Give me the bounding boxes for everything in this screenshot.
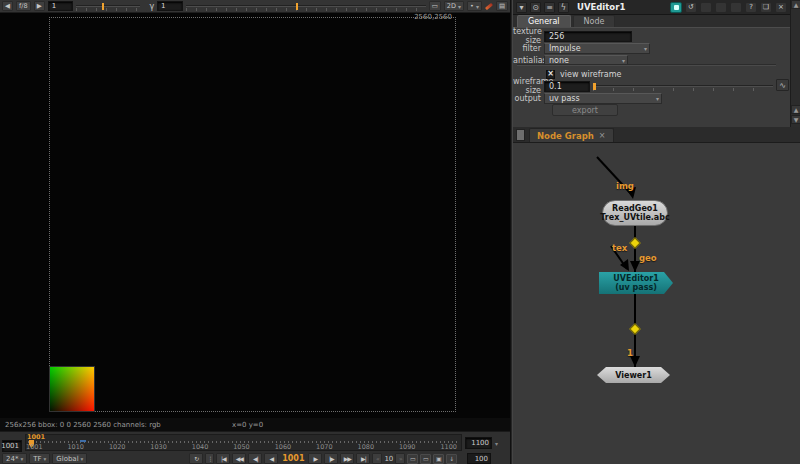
gain-slider[interactable] [76,2,140,11]
play-forward-button[interactable]: ▶▶ [340,453,354,464]
ruler-tick-label: 1050 [233,443,250,451]
decrement-step-button[interactable]: « [372,453,382,464]
lightning-icon[interactable]: ϟ [558,2,569,13]
scroll-up-icon-2[interactable]: ▲ [791,105,800,114]
step-forward-button[interactable]: ▶ [308,453,322,464]
gamma-slider-handle[interactable] [296,3,298,10]
scroll-down-icon[interactable]: ▼ [791,115,800,124]
format-bounding-box [49,17,456,412]
range-a-icon[interactable]: ▭ [407,454,418,464]
ruler-tick-labels: 1001101010201030104010501060107010801090… [26,443,457,451]
panel-grip-icon[interactable] [516,129,525,141]
chevron-down-icon: ▾ [622,57,625,64]
chevron-down-icon: ▾ [44,456,47,462]
prev-keyframe-button[interactable]: ◀| [248,453,262,464]
ruler-tick-label: 1040 [192,443,209,451]
wireframe-size-input[interactable]: 0.1 [544,81,590,92]
increment-step-button[interactable]: » [395,453,405,464]
playhead-frame-label: 1001 [27,433,45,441]
tab-node-graph[interactable]: Node Graph × [529,128,614,142]
play-backward-button[interactable]: ◀◀ [232,453,246,464]
roi-pencil-icon[interactable] [485,2,493,9]
geo-port-label: geo [639,253,657,263]
properties-scrollbar[interactable]: ▲ ▲ ▼ [790,0,800,127]
panel-menu-icon[interactable]: ▤ [496,1,508,11]
range-b-icon[interactable]: ▭ [420,454,431,464]
lock-range-icon[interactable]: ▣ [433,454,444,464]
node-readgeo1[interactable]: ReadGeo1 Trex_UVtile.abc [602,200,668,226]
revert-button[interactable]: ↺ [685,2,697,13]
scroll-up-icon[interactable]: ▲ [791,0,800,9]
output-label: output [513,94,541,103]
texture-size-input[interactable]: 256 [544,31,632,42]
gain-prev-button[interactable]: ◀ [2,1,13,11]
next-keyframe-button[interactable]: |▶ [324,453,338,464]
node-viewer1[interactable]: Viewer1 [597,367,670,383]
node-enable-button[interactable] [670,2,682,13]
loop-mode-button[interactable]: ↻ [189,453,203,464]
marker-button[interactable]: ⋮ [205,453,214,464]
slider-handle[interactable] [593,83,596,90]
gamma-slider[interactable] [186,2,426,11]
goto-end-button[interactable]: ▶| [356,453,370,464]
enable-indicator [674,5,679,10]
close-properties-button[interactable]: × [775,2,787,13]
center-node-icon[interactable]: ⊙ [530,2,541,13]
cached-frames-indicator [80,440,86,442]
float-panel-button[interactable]: ❏ [760,2,772,13]
filter-dropdown[interactable]: Impulse ▾ [544,43,650,54]
viewer-canvas[interactable]: 2560,2560 [0,13,510,418]
gamma-input[interactable]: 1 [157,1,183,11]
help-button[interactable]: ? [745,2,757,13]
range-mode-value: Global [56,455,78,463]
range-lock-caret-icon[interactable]: ▾ [495,440,498,447]
current-frame-display[interactable]: 1001 [280,454,306,463]
export-button[interactable]: export [552,104,618,116]
gain-stop-label[interactable]: f/8 [16,1,31,11]
scrollbar-track[interactable] [791,9,800,105]
tab-node[interactable]: Node [573,15,616,27]
slider-track [593,85,773,87]
properties-titlebar: ▾ ⊙ ≡ ϟ UVEditor1 ↺ ? ❏ × [513,0,790,15]
node-dropdown-icon[interactable]: ▾ [516,2,527,13]
node-uveditor1[interactable]: UVEditor1 (uv pass) [599,272,673,294]
step-back-button[interactable]: ◀ [264,453,278,464]
properties-tabs: General Node [513,15,790,28]
timeline-controls-row: 24* ▾ TF ▾ Global ▾ ↻ ⋮ |◀ ◀◀ ◀| ◀ 1001 [0,452,510,464]
wireframe-size-slider[interactable] [593,83,773,91]
fps-dropdown[interactable]: 24* ▾ [2,453,27,464]
frame-increment-value[interactable]: 10 [384,455,393,463]
range-mode-dropdown[interactable]: Global ▾ [52,453,87,464]
disabled-button-1[interactable] [700,2,712,13]
timeline-ruler[interactable]: 1001 10011010102010301040105010601070108… [25,434,462,451]
view-mode-value: 2D [447,2,456,10]
node-graph-canvas[interactable]: img tex geo 1 ReadGeo1 Trex_UVtile.abc U… [513,143,800,464]
tab-general[interactable]: General [517,15,571,27]
ruler-tick-label: 1070 [316,443,333,451]
tex-port-label: tex [612,243,627,253]
gamma-slider-track [186,5,426,7]
view-wireframe-label: view wireframe [560,70,622,79]
properties-panel: ▾ ⊙ ≡ ϟ UVEditor1 ↺ ? ❏ × General Node t… [513,0,800,127]
export-range-icon[interactable]: ↓ [446,454,457,464]
chevron-down-icon: ▾ [476,3,479,10]
disabled-button-3[interactable] [730,2,742,13]
playback-speed-input[interactable]: 100 [467,453,491,464]
animation-curve-button[interactable]: ∿ [776,79,789,91]
tf-dropdown[interactable]: TF ▾ [29,453,50,464]
node-name: Viewer1 [615,371,652,380]
output-dropdown[interactable]: uv pass ▾ [544,93,662,104]
channel-dropdown[interactable]: • ▾ [467,1,482,11]
close-icon[interactable]: × [599,131,606,140]
node-title: UVEditor1 [577,2,667,12]
disabled-button-2[interactable] [715,2,727,13]
viewport-icon[interactable]: ▭ [429,1,441,11]
gain-next-button[interactable]: ▶ [34,1,45,11]
view-mode-dropdown[interactable]: 2D ▾ [444,1,464,11]
timeline-frame-input[interactable]: 1001 [2,440,22,452]
gain-input[interactable]: 1 [48,1,74,11]
node-menu-icon[interactable]: ≡ [544,2,555,13]
range-end-input[interactable]: 1100 [465,437,492,449]
gain-slider-handle[interactable] [102,3,104,10]
goto-start-button[interactable]: |◀ [216,453,230,464]
